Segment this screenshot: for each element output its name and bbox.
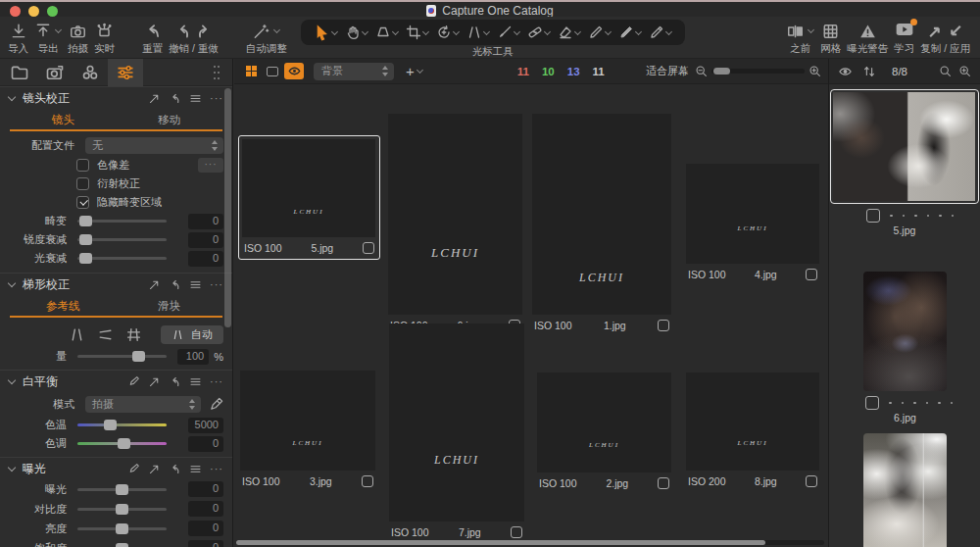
sidebar-scrollbar[interactable] bbox=[224, 88, 231, 327]
panel-drag-handle[interactable] bbox=[213, 64, 220, 81]
count-red[interactable]: 11 bbox=[517, 66, 529, 77]
tab-color[interactable] bbox=[73, 59, 108, 86]
copy-apply-button[interactable]: 复制 / 应用 bbox=[920, 20, 970, 55]
zoom-out-icon[interactable] bbox=[695, 65, 708, 77]
select-checkbox[interactable] bbox=[658, 477, 669, 489]
thumbnail-8[interactable]: LCHUI ISO 200 8.jpg bbox=[686, 373, 819, 489]
wb-temp-slider[interactable] bbox=[77, 423, 167, 426]
reset-button[interactable]: 重置 bbox=[142, 20, 163, 55]
undo-redo-buttons[interactable]: 撤销 / 重做 bbox=[169, 20, 219, 55]
tab-capture[interactable] bbox=[37, 59, 73, 86]
thumbnail-4[interactable]: LCHUI ISO 100 4.jpg bbox=[686, 164, 819, 282]
brightness-value[interactable]: 0 bbox=[188, 521, 223, 536]
sharpness-falloff-slider[interactable] bbox=[77, 238, 167, 241]
select-cursor-tool[interactable] bbox=[311, 25, 341, 41]
more-icon[interactable]: ··· bbox=[210, 92, 223, 104]
presets-icon[interactable] bbox=[189, 278, 202, 291]
collection-select[interactable]: 背景 bbox=[314, 63, 394, 80]
contrast-slider[interactable] bbox=[77, 508, 167, 511]
crop-tool[interactable] bbox=[403, 25, 432, 40]
learn-button[interactable]: 学习 bbox=[894, 20, 914, 55]
contrast-value[interactable]: 0 bbox=[188, 501, 223, 517]
auto-adjust-button[interactable]: 自动调整 bbox=[246, 20, 287, 55]
keystone-auto-button[interactable]: 自动 bbox=[161, 325, 223, 344]
keystone-header[interactable]: 梯形校正 ··· bbox=[0, 273, 232, 295]
rating-dots[interactable] bbox=[890, 215, 954, 218]
wb-temp-value[interactable]: 5000 bbox=[188, 418, 223, 433]
pan-tool[interactable] bbox=[342, 25, 371, 40]
eye-filter-icon[interactable] bbox=[838, 65, 853, 78]
thumbnail-3[interactable]: LCHUI ISO 100 3.jpg bbox=[240, 371, 375, 489]
preview-view-button[interactable] bbox=[284, 63, 304, 79]
tab-lens[interactable]: 镜头 bbox=[10, 111, 117, 129]
presets-icon[interactable] bbox=[189, 375, 202, 388]
heal-tool[interactable] bbox=[524, 25, 554, 40]
tab-guides[interactable]: 参考线 bbox=[10, 297, 117, 316]
thumbnail-7[interactable]: LCHUI ISO 100 7.jpg bbox=[389, 323, 524, 540]
distortion-slider[interactable] bbox=[77, 220, 167, 223]
saturation-value[interactable]: 0 bbox=[188, 540, 223, 547]
lens-profile-select[interactable]: 无 bbox=[85, 137, 223, 154]
erase-tool[interactable] bbox=[555, 25, 584, 40]
copy-adjustment-icon[interactable] bbox=[148, 278, 161, 291]
distortion-value[interactable]: 0 bbox=[188, 214, 223, 229]
select-checkbox[interactable] bbox=[511, 526, 522, 538]
reset-panel-icon[interactable] bbox=[169, 375, 181, 388]
keystone-amount-slider[interactable] bbox=[77, 355, 167, 358]
copy-adjustment-icon[interactable] bbox=[148, 375, 161, 388]
grid-view-button[interactable] bbox=[241, 63, 261, 79]
search-icon[interactable] bbox=[939, 65, 952, 77]
thumbnail-5[interactable]: LCHUI ISO 100 5.jpg bbox=[238, 135, 380, 260]
add-collection-button[interactable]: + bbox=[406, 63, 423, 79]
collapse-chevron-icon[interactable] bbox=[8, 280, 16, 288]
diffraction-checkbox[interactable] bbox=[76, 177, 89, 190]
chromatic-aberration-checkbox[interactable] bbox=[76, 159, 89, 172]
filmstrip-item-1[interactable]: 1.jpg bbox=[863, 433, 947, 547]
keystone-amount-value[interactable]: 100 bbox=[177, 349, 209, 365]
exposure-slider[interactable] bbox=[77, 488, 167, 491]
thumbnail-6[interactable]: LCHUI ISO 100 6.jpg bbox=[388, 114, 522, 333]
more-icon[interactable]: ··· bbox=[210, 375, 223, 387]
sort-icon[interactable] bbox=[862, 65, 876, 78]
presets-icon[interactable] bbox=[189, 463, 202, 475]
tab-adjustments[interactable] bbox=[108, 59, 143, 86]
copy-adjustment-icon[interactable] bbox=[148, 92, 161, 105]
exposure-warning-button[interactable]: 曝光警告 bbox=[847, 20, 888, 55]
zoom-in-icon[interactable] bbox=[808, 65, 821, 77]
live-button[interactable]: 实时 bbox=[94, 20, 115, 55]
collapse-chevron-icon[interactable] bbox=[8, 94, 16, 102]
more-icon[interactable]: ··· bbox=[210, 278, 223, 290]
keystone-tool[interactable] bbox=[464, 25, 493, 40]
tab-keystone-sliders[interactable]: 滑块 bbox=[117, 297, 223, 316]
browser-horizontal-scrollbar[interactable] bbox=[236, 540, 824, 545]
rating-dots[interactable] bbox=[889, 402, 953, 405]
keystone-vertical-icon[interactable] bbox=[69, 326, 85, 343]
count-all[interactable]: 11 bbox=[593, 66, 605, 77]
rotate-tool[interactable] bbox=[433, 25, 463, 40]
wb-mode-select[interactable]: 拍摄 bbox=[85, 396, 201, 413]
ca-analyze-button[interactable]: ··· bbox=[198, 158, 223, 173]
more-icon[interactable]: ··· bbox=[210, 463, 223, 474]
count-green[interactable]: 10 bbox=[542, 66, 555, 77]
select-checkbox[interactable] bbox=[658, 320, 669, 331]
capture-button[interactable]: 拍摄 bbox=[68, 20, 88, 55]
white-balance-header[interactable]: 白平衡 ··· bbox=[0, 370, 232, 392]
select-checkbox[interactable] bbox=[865, 396, 879, 410]
copy-adjustment-icon[interactable] bbox=[148, 463, 161, 475]
tab-movement[interactable]: 移动 bbox=[117, 111, 223, 129]
export-button[interactable]: 导出 bbox=[34, 20, 62, 55]
reset-panel-icon[interactable] bbox=[169, 278, 181, 291]
select-checkbox[interactable] bbox=[362, 475, 373, 487]
eyedropper-icon[interactable] bbox=[127, 375, 140, 388]
thumbnail-1[interactable]: LCHUI ISO 100 1.jpg bbox=[532, 114, 671, 333]
lens-correction-header[interactable]: 镜头校正 ··· bbox=[0, 86, 232, 109]
draw-mask-tool[interactable] bbox=[585, 25, 614, 40]
list-view-button[interactable] bbox=[263, 63, 282, 79]
exposure-header[interactable]: 曝光 ··· bbox=[0, 457, 232, 479]
presets-icon[interactable] bbox=[189, 92, 202, 105]
filmstrip-item-6[interactable]: 6.jpg bbox=[863, 272, 947, 423]
spot-tool[interactable] bbox=[494, 25, 523, 40]
grid-button[interactable]: 网格 bbox=[820, 20, 841, 55]
count-blue[interactable]: 13 bbox=[567, 66, 580, 77]
reset-panel-icon[interactable] bbox=[169, 463, 181, 475]
